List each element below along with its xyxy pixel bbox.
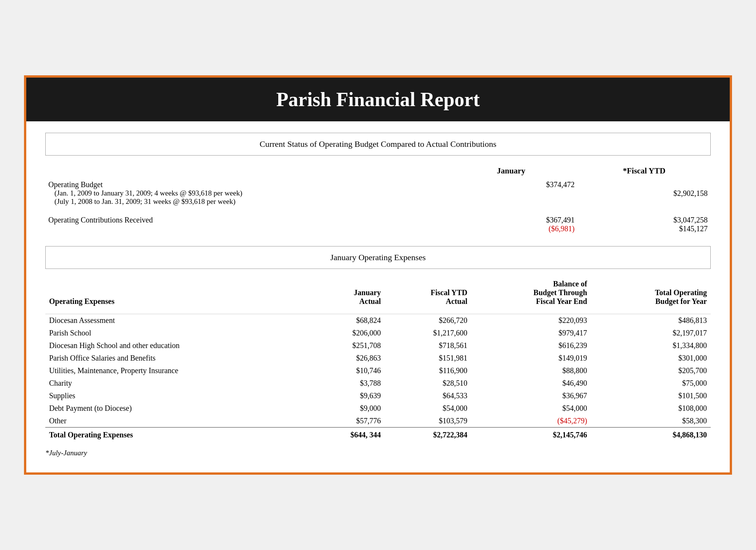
january-actual-value: $68,824 [298,314,384,327]
expense-label: Diocesan Assessment [45,314,298,327]
table-row: Charity $3,788 $28,510 $46,490 $75,000 [45,377,711,389]
january-actual-value: $3,788 [298,377,384,389]
expense-label: Utilities, Maintenance, Property Insuran… [45,364,298,377]
section2-title: January Operating Expenses [330,253,426,262]
section1-title: Current Status of Operating Budget Compa… [260,139,496,149]
january-actual-value: $206,000 [298,327,384,339]
operating-budget-january: $374,472 [445,179,578,207]
fiscal-ytd-value: $103,579 [384,415,471,428]
contributions-january: $367,491 ($6,981) [445,214,578,235]
total-budget-value: $205,700 [591,364,711,377]
table-row: Parish Office Salaries and Benefits $26,… [45,352,711,364]
total-budget-value: $75,000 [591,377,711,389]
col-january-actual: JanuaryActual [298,278,384,310]
header-bar: Parish Financial Report [26,78,730,121]
operating-budget-ytd: $2,902,158 [577,179,711,207]
total-budget-value: $1,334,800 [591,339,711,352]
table-row: Supplies $9,639 $64,533 $36,967 $101,500 [45,389,711,402]
expense-label: Other [45,415,298,428]
january-actual-value: $57,776 [298,415,384,428]
balance-value: $616,239 [471,339,591,352]
table-row: Other $57,776 $103,579 ($45,279) $58,300 [45,415,711,428]
fiscal-ytd-value: $28,510 [384,377,471,389]
total-january: $644, 344 [298,428,384,442]
expense-label: Debt Payment (to Diocese) [45,402,298,415]
total-budget: $4,868,130 [591,428,711,442]
contributions-ytd: $3,047,258 $145,127 [577,214,711,235]
balance-value: $54,000 [471,402,591,415]
budget-table: January *Fiscal YTD Operating Budget (Ja… [45,165,711,235]
balance-value: $36,967 [471,389,591,402]
total-budget-value: $58,300 [591,415,711,428]
balance-value: $149,019 [471,352,591,364]
table-row: Utilities, Maintenance, Property Insuran… [45,364,711,377]
contributions-label: Operating Contributions Received [45,214,445,235]
operating-budget-label: Operating Budget (Jan. 1, 2009 to Januar… [45,179,445,207]
total-row: Total Operating Expenses $644, 344 $2,72… [45,428,711,442]
fiscal-ytd-value: $266,720 [384,314,471,327]
col-operating-expenses: Operating Expenses [45,278,298,310]
balance-value: $979,417 [471,327,591,339]
col-balance: Balance ofBudget ThroughFiscal Year End [471,278,591,310]
total-budget-value: $2,197,017 [591,327,711,339]
total-budget-value: $486,813 [591,314,711,327]
expense-label: Charity [45,377,298,389]
fiscal-ytd-value: $1,217,600 [384,327,471,339]
january-header: January [445,165,578,179]
report-title: Parish Financial Report [41,88,715,111]
fiscal-ytd-value: $718,561 [384,339,471,352]
expense-label: Supplies [45,389,298,402]
january-actual-value: $9,639 [298,389,384,402]
report-container: Parish Financial Report Current Status o… [24,75,732,475]
expense-label: Diocesan High School and other education [45,339,298,352]
footnote: *July-January [45,449,711,457]
expense-label: Parish School [45,327,298,339]
content-area: Current Status of Operating Budget Compa… [26,121,730,473]
fiscal-ytd-value: $151,981 [384,352,471,364]
january-actual-value: $26,863 [298,352,384,364]
fiscal-ytd-header: *Fiscal YTD [577,165,711,179]
balance-value: $46,490 [471,377,591,389]
expenses-table: Operating Expenses JanuaryActual Fiscal … [45,278,711,442]
table-row: Diocesan Assessment $68,824 $266,720 $22… [45,314,711,327]
expenses-section: Operating Expenses JanuaryActual Fiscal … [45,278,711,442]
january-actual-value: $9,000 [298,402,384,415]
table-row: Diocesan High School and other education… [45,339,711,352]
balance-value: $220,093 [471,314,591,327]
expense-label: Parish Office Salaries and Benefits [45,352,298,364]
total-budget-value: $108,000 [591,402,711,415]
total-balance: $2,145,746 [471,428,591,442]
table-row: Debt Payment (to Diocese) $9,000 $54,000… [45,402,711,415]
total-label: Total Operating Expenses [45,428,298,442]
col-total-budget: Total OperatingBudget for Year [591,278,711,310]
january-actual-value: $251,708 [298,339,384,352]
total-fiscal-ytd: $2,722,384 [384,428,471,442]
balance-value: $88,800 [471,364,591,377]
table-row: Parish School $206,000 $1,217,600 $979,4… [45,327,711,339]
balance-value: ($45,279) [471,415,591,428]
section1-box: Current Status of Operating Budget Compa… [45,133,711,156]
fiscal-ytd-value: $116,900 [384,364,471,377]
total-budget-value: $101,500 [591,389,711,402]
col-fiscal-ytd-actual: Fiscal YTDActual [384,278,471,310]
fiscal-ytd-value: $64,533 [384,389,471,402]
fiscal-ytd-value: $54,000 [384,402,471,415]
total-budget-value: $301,000 [591,352,711,364]
section2-box: January Operating Expenses [45,246,711,269]
january-actual-value: $10,746 [298,364,384,377]
